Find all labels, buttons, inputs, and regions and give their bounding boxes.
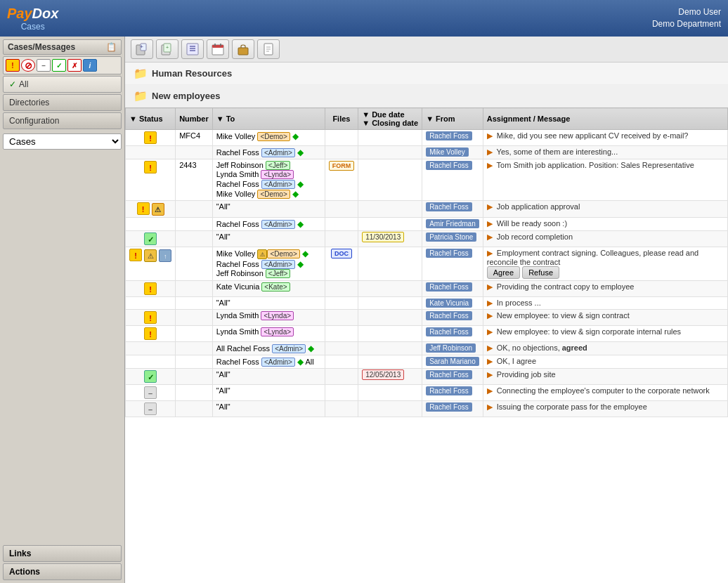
from-badge-jeff: Jeff Robinson <box>426 343 476 353</box>
tag-demo[interactable]: <Demo> <box>257 132 290 141</box>
user-info: Demo User Demo Department <box>652 6 721 30</box>
table-row: Rachel Foss <Admin> ◆ All Sarah Mariano … <box>126 355 728 369</box>
status-exclaim-icon: ! <box>137 202 150 215</box>
svg-text:+: + <box>166 45 169 50</box>
cases-table: ▼ Status Number ▼ To Files <box>125 107 728 583</box>
filter-check[interactable]: ✓ <box>52 59 66 72</box>
table-row: ✓ "All" 12/05/2013 Rachel Foss <box>126 369 728 385</box>
subfolder-text: New employees <box>152 91 221 101</box>
breadcrumb: 📁 Human Resources <box>125 63 728 85</box>
status-check-icon: ✓ <box>144 232 157 245</box>
toolbar: + + <box>125 37 728 63</box>
header-from[interactable]: ▼ From <box>422 108 483 130</box>
toolbar-btn2[interactable]: + <box>156 39 178 59</box>
status-warn2: ⚠ <box>144 249 157 262</box>
to-cell: "All" <box>212 297 325 310</box>
from-badge: Rachel Foss <box>426 311 472 320</box>
from-cell: Rachel Foss <box>422 130 483 146</box>
sidebar-actions[interactable]: Actions <box>3 563 122 580</box>
cases-dropdown[interactable]: Cases <box>3 133 122 150</box>
folder-icon: 📁 <box>134 67 148 80</box>
filter-minus[interactable]: – <box>37 59 51 72</box>
header-files[interactable]: Files <box>325 108 358 130</box>
table-row: ! Lynda Smith <Lynda> Rachel Foss <box>126 326 728 342</box>
status-warn-icon: ⚠ <box>152 203 164 216</box>
to-cell: "All" <box>212 385 325 401</box>
from-badge: Rachel Foss <box>426 402 472 412</box>
file-badge-doc[interactable]: DOC <box>331 249 352 258</box>
refuse-button[interactable]: Refuse <box>522 266 559 279</box>
from-badge: Rachel Foss <box>426 161 472 170</box>
user-name: Demo User <box>652 6 721 18</box>
table-row: ! ⚠ ↑ Mike Volley ⚠<Demo> ◆ Rachel Foss … <box>126 247 728 281</box>
filter-circle[interactable]: ⊘ <box>21 59 35 72</box>
sidebar-configuration[interactable]: Configuration <box>3 112 122 129</box>
sidebar-all[interactable]: ✓ All <box>3 76 122 93</box>
header-status[interactable]: ▼ Status <box>126 108 176 130</box>
filter-info[interactable]: i <box>83 59 97 72</box>
cases-messages-header[interactable]: Cases/Messages 📋 <box>3 39 122 55</box>
table-row: – "All" Rachel Foss <box>126 401 728 417</box>
header-duedate[interactable]: ▼ Due date▼ Closing date <box>358 108 422 130</box>
from-badge: Rachel Foss <box>426 327 472 336</box>
table-row: Rachel Foss <Admin> ◆ Amir Friedman ▶ Wi… <box>126 218 728 231</box>
table-row: ! ⚠ "All" Rachel Foss <box>126 201 728 218</box>
sidebar-links[interactable]: Links <box>3 545 122 562</box>
status-exclaim-icon: ! <box>129 249 142 261</box>
from-badge: Rachel Foss <box>426 370 472 379</box>
svg-rect-11 <box>212 45 223 48</box>
filter-exclaim[interactable]: ! <box>6 59 20 72</box>
dropdown-container: Cases <box>3 133 122 150</box>
to-cell: "All" <box>212 369 325 385</box>
from-badge: Rachel Foss <box>426 282 472 292</box>
filter-bar: ! ⊘ – ✓ ✗ i <box>3 56 122 74</box>
subfolder: 📁 New employees <box>125 85 728 107</box>
content-area: + + 📁 Hu <box>125 37 728 583</box>
svg-text:+: + <box>140 44 143 50</box>
message-cell: ▶ Mike, did you see new applicant CV rec… <box>483 130 727 146</box>
to-cell: Rachel Foss <Admin> ◆ All <box>212 355 325 369</box>
svg-rect-6 <box>187 44 198 55</box>
to-cell: Lynda Smith <Lynda> <box>212 310 325 326</box>
sidebar: Cases/Messages 📋 ! ⊘ – ✓ ✗ i ✓ All Direc… <box>0 37 125 583</box>
to-cell: Rachel Foss <Admin> ◆ <box>212 218 325 231</box>
from-badge: Sarah Mariano <box>426 357 479 366</box>
from-badge: Amir Friedman <box>426 219 479 228</box>
breadcrumb-text: Human Resources <box>152 68 232 79</box>
status-minus-icon: – <box>144 402 157 415</box>
status-cell: ! <box>126 130 176 146</box>
to-cell: Mike Volley ⚠<Demo> ◆ Rachel Foss <Admin… <box>212 247 325 281</box>
table-row: ! MFC4 Mike Volley <Demo> ◆ Rachel Foss <box>126 130 728 146</box>
sidebar-directories[interactable]: Directories <box>3 94 122 111</box>
tag-admin[interactable]: <Admin> <box>261 148 295 157</box>
from-badge: Rachel Foss <box>426 202 472 211</box>
file-badge-form[interactable]: FORM <box>329 161 355 171</box>
header-to[interactable]: ▼ To <box>212 108 325 130</box>
toolbar-document[interactable] <box>257 39 280 59</box>
toolbar-calendar[interactable] <box>207 39 229 59</box>
files-cell <box>325 130 358 146</box>
app-logo: PayDox Cases <box>7 6 58 32</box>
agree-button[interactable]: Agree <box>487 266 520 279</box>
logo-text: PayDox <box>7 6 58 22</box>
status-exclaim-icon: ! <box>144 161 157 173</box>
table-row: All Rachel Foss <Admin> ◆ Jeff Robinson … <box>126 342 728 355</box>
status-exclaim-icon: ! <box>144 311 157 324</box>
status-exclaim-icon: ! <box>144 282 157 295</box>
table-row: – "All" Rachel Foss <box>126 385 728 401</box>
table-row: ! Lynda Smith <Lynda> Rachel Foss <box>126 310 728 326</box>
from-badge: Rachel Foss <box>426 386 472 395</box>
user-dept: Demo Department <box>652 18 721 30</box>
header-number[interactable]: Number <box>176 108 213 130</box>
all-label: All <box>19 79 28 89</box>
logo-subtext: Cases <box>21 22 45 32</box>
toolbar-briefcase[interactable] <box>232 39 254 59</box>
to-cell: Jeff Robinson <Jeff> Lynda Smith <Lynda>… <box>212 159 325 201</box>
to-cell: "All" <box>212 231 325 247</box>
toolbar-new-case[interactable]: + <box>131 39 153 59</box>
from-badge: Patricia Stone <box>426 232 476 242</box>
table-row: ✓ "All" 11/30/2013 Patricia Ston <box>126 231 728 247</box>
to-cell: Kate Vicunia <Kate> <box>212 281 325 297</box>
toolbar-btn3[interactable] <box>181 39 204 59</box>
filter-x[interactable]: ✗ <box>67 59 82 72</box>
